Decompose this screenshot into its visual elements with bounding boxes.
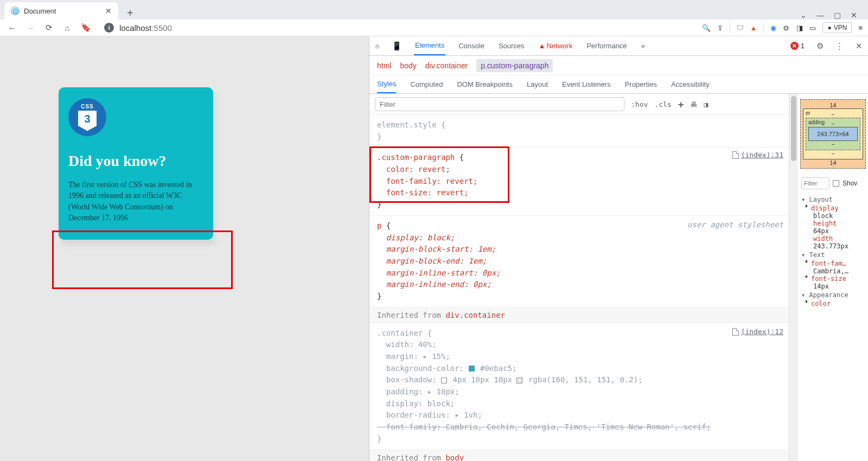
tab-network[interactable]: ▲Network [538, 37, 574, 55]
file-icon [732, 328, 739, 336]
computed-filter-input[interactable] [801, 177, 829, 189]
box-model-diagram[interactable]: 14 er − adding − 243.773×64 [798, 94, 868, 174]
menu-icon[interactable]: ≡ [858, 24, 863, 32]
breadcrumb-body[interactable]: body [400, 61, 416, 70]
panel-tab-accessibility[interactable]: Accessibility [671, 76, 710, 93]
device-toolbar-icon[interactable]: 📱 [392, 41, 402, 51]
tab-sources[interactable]: Sources [497, 37, 526, 55]
page-viewport: CSS Did you know? The first version of C… [0, 36, 369, 461]
styles-scrollbar[interactable] [789, 94, 797, 461]
close-devtools-icon[interactable]: ✕ [856, 41, 863, 51]
forward-button[interactable]: → [24, 21, 37, 34]
panel-tab-computed[interactable]: Computed [410, 76, 443, 93]
inherited-from-container: Inherited from div.container [369, 308, 789, 323]
group-layout[interactable]: ▾ Layout [801, 195, 865, 204]
sidebar-icon[interactable]: ◨ [796, 24, 803, 32]
new-tab-button[interactable]: + [124, 7, 137, 20]
styles-rules-pane: :hov .cls + 🖶 ◨ element.style { } .custo… [369, 94, 789, 461]
rule-p-ua[interactable]: p { display: block; margin-block-start: … [369, 216, 789, 308]
tab-title: Document [24, 7, 56, 15]
extension-icon[interactable]: ◉ [770, 24, 776, 32]
card-paragraph: The first version of CSS was invented in… [68, 180, 203, 223]
file-icon [732, 151, 739, 159]
group-appearance[interactable]: ▾ Appearance [801, 290, 865, 300]
error-count-badge[interactable]: ✕1 [790, 42, 805, 50]
panel-tab-styles[interactable]: Styles [377, 75, 396, 93]
wallet-icon[interactable]: ▭ [809, 24, 816, 32]
tab-performance[interactable]: Performance [585, 37, 628, 55]
computed-sidebar: 14 er − adding − 243.773×64 [797, 94, 868, 461]
dom-breadcrumb: html body div.container p.custom-paragra… [369, 56, 868, 75]
minimize-icon[interactable]: ― [816, 11, 824, 20]
breadcrumb-container[interactable]: div.container [425, 61, 468, 70]
hov-toggle[interactable]: :hov [631, 100, 648, 108]
inherited-from-body: Inherited from body [369, 450, 789, 462]
computed-font-family[interactable]: font-fam… [801, 260, 865, 267]
panel-tab-event-listeners[interactable]: Event Listeners [562, 76, 611, 93]
computed-width[interactable]: width [801, 235, 865, 242]
cls-toggle[interactable]: .cls [654, 100, 671, 108]
devtools-panel: ⟐ 📱 Elements Console Sources ▲Network Pe… [369, 36, 868, 461]
computed-display[interactable]: display [801, 204, 865, 212]
group-text[interactable]: ▾ Text [801, 250, 865, 260]
show-all-checkbox[interactable] [833, 180, 839, 187]
zoom-icon[interactable]: 🔍 [702, 24, 711, 32]
reload-button[interactable]: ⟳ [42, 21, 55, 34]
site-info-icon[interactable]: i [104, 23, 114, 33]
box-model-content: 243.773×64 [808, 127, 858, 141]
puzzle-icon[interactable]: ⯐ [783, 24, 790, 32]
panel-tab-layout[interactable]: Layout [527, 76, 548, 93]
vpn-button[interactable]: ●VPN [822, 22, 852, 33]
computed-color[interactable]: color [801, 300, 865, 308]
source-link-container[interactable]: (index):12 [732, 326, 783, 337]
home-button[interactable]: ⌂ [61, 21, 74, 34]
close-tab-icon[interactable]: ✕ [105, 7, 112, 15]
new-rule-icon[interactable]: + [678, 99, 684, 110]
browser-tab[interactable]: 🌐 Document ✕ [4, 2, 118, 20]
tab-more[interactable]: » [640, 37, 646, 55]
computed-properties-list: ▾ Layout display block height 64px width… [798, 193, 868, 310]
url-text: localhost:5500 [119, 23, 172, 33]
brave-logo-icon[interactable]: ▲ [750, 24, 757, 32]
panel-tab-dom-breakpoints[interactable]: DOM Breakpoints [457, 76, 513, 93]
kebab-menu-icon[interactable]: ⋮ [835, 41, 844, 51]
close-window-icon[interactable]: ✕ [851, 11, 857, 20]
source-link[interactable]: (index):31 [732, 151, 783, 159]
rule-custom-paragraph[interactable]: .custom-paragraph { color: revert; font-… [369, 148, 789, 215]
tab-console[interactable]: Console [457, 37, 486, 55]
breadcrumb-html[interactable]: html [377, 61, 391, 70]
computed-font-size[interactable]: font-size [801, 275, 865, 283]
settings-gear-icon[interactable]: ⚙ [816, 41, 824, 51]
rule-container[interactable]: .container { width: 40%; margin: ▸ 15%; … [369, 323, 789, 450]
devtools-tabs: ⟐ 📱 Elements Console Sources ▲Network Pe… [369, 36, 868, 56]
computed-height[interactable]: height [801, 220, 865, 227]
tab-elements[interactable]: Elements [414, 36, 445, 55]
styles-panel-tabs: Styles Computed DOM Breakpoints Layout E… [369, 75, 868, 94]
print-icon[interactable]: 🖶 [690, 100, 697, 108]
globe-icon: 🌐 [11, 7, 20, 15]
address-bar[interactable]: i localhost:5500 [98, 20, 697, 36]
share-icon[interactable]: ⇪ [717, 24, 723, 32]
inspect-element-icon[interactable]: ⟐ [375, 41, 380, 50]
browser-tab-strip: 🌐 Document ✕ + ⌄ ― ▢ ✕ [0, 0, 868, 20]
breadcrumb-selected[interactable]: p.custom-paragraph [476, 59, 553, 72]
styles-filter-input[interactable] [375, 97, 624, 111]
back-button[interactable]: ← [5, 21, 18, 34]
computed-panel-icon[interactable]: ◨ [704, 100, 708, 108]
card-container: CSS Did you know? The first version of C… [59, 87, 213, 240]
css3-logo-icon: CSS [68, 98, 106, 136]
chevron-down-icon[interactable]: ⌄ [800, 11, 807, 20]
brave-shield-icon[interactable]: 🛡 [737, 24, 744, 32]
bookmark-icon[interactable]: 🔖 [79, 21, 92, 34]
url-bar: ← → ⟳ ⌂ 🔖 i localhost:5500 🔍 ⇪ 🛡 ▲ ◉ ⯐ ◨… [0, 20, 868, 36]
card-heading: Did you know? [68, 152, 203, 170]
panel-tab-properties[interactable]: Properties [625, 76, 657, 93]
rule-element-style[interactable]: element.style { } [369, 115, 789, 148]
maximize-icon[interactable]: ▢ [834, 11, 841, 20]
